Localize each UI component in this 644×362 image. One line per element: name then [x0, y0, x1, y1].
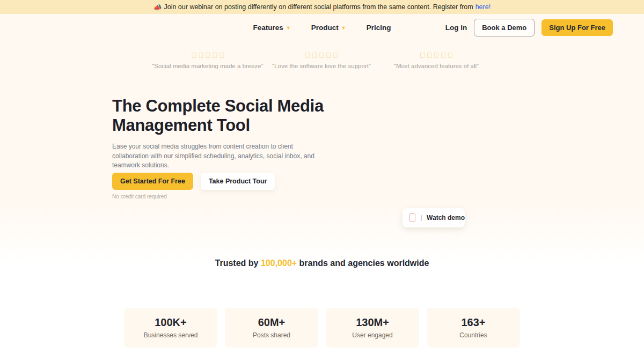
star-icon	[420, 53, 425, 58]
stat-card-countries: 163+ Countries	[427, 308, 520, 348]
stats-row: 100K+ Businesses served 60M+ Posts share…	[124, 308, 520, 348]
nav-actions: Log in Book a Demo Sign Up For Free	[445, 14, 613, 41]
testimonial: “Social media marketing made a breeze”	[152, 53, 263, 69]
stat-value: 130M+	[356, 316, 389, 329]
nav-menu: Features ▼ Product ▼ Pricing	[253, 14, 391, 41]
star-icon	[219, 53, 224, 58]
page-title: The Complete Social Media Management Too…	[112, 97, 324, 135]
testimonial: “Most advanced features of all”	[394, 53, 479, 69]
nav-item-label: Product	[311, 24, 339, 32]
login-link[interactable]: Log in	[445, 24, 467, 32]
star-icon	[434, 53, 438, 58]
nav-item-features[interactable]: Features ▼	[253, 24, 291, 32]
stat-value: 60M+	[258, 316, 286, 329]
video-thumbnail-icon	[409, 213, 415, 222]
stat-card-posts: 60M+ Posts shared	[225, 308, 318, 348]
megaphone-icon: 📣	[153, 3, 162, 11]
stat-label: Businesses served	[144, 331, 198, 339]
star-icon	[213, 53, 217, 58]
get-started-button[interactable]: Get Started For Free	[112, 173, 193, 190]
divider	[421, 215, 422, 221]
star-rating	[192, 53, 224, 58]
signup-button[interactable]: Sign Up For Free	[541, 19, 613, 36]
testimonial: “Love the software love the support”	[272, 53, 370, 69]
cta-row: Get Started For Free Take Product Tour	[112, 173, 275, 190]
trusted-highlight: 100,000+	[261, 258, 297, 268]
chevron-down-icon: ▼	[286, 26, 291, 31]
product-tour-button[interactable]: Take Product Tour	[201, 173, 275, 190]
page-title-line1: The Complete Social Media	[112, 97, 324, 116]
stat-value: 100K+	[155, 316, 187, 329]
watch-demo-button[interactable]: Watch demo	[402, 208, 465, 227]
star-icon	[448, 53, 452, 58]
book-demo-button[interactable]: Book a Demo	[474, 19, 535, 36]
star-icon	[199, 53, 203, 58]
chevron-down-icon: ▼	[341, 26, 346, 31]
star-icon	[312, 53, 317, 58]
star-rating	[420, 53, 452, 58]
star-icon	[333, 53, 338, 58]
trusted-by-heading: Trusted by 100,000+ brands and agencies …	[0, 258, 644, 268]
trusted-suffix: brands and agencies worldwide	[297, 258, 429, 268]
stat-label: Countries	[459, 331, 487, 339]
star-icon	[427, 53, 431, 58]
landing-page: 📣 Join our webinar on posting differentl…	[0, 0, 644, 362]
stat-label: User engaged	[352, 331, 392, 339]
page-title-line2: Management Tool	[112, 116, 324, 135]
nav-item-label: Features	[253, 24, 283, 32]
star-icon	[319, 53, 324, 58]
top-navigation: Features ▼ Product ▼ Pricing Log in Book…	[0, 14, 644, 41]
stat-label: Posts shared	[253, 331, 290, 339]
no-credit-card-note: No credit card required	[112, 194, 167, 200]
trusted-prefix: Trusted by	[215, 258, 261, 268]
stat-card-businesses: 100K+ Businesses served	[124, 308, 217, 348]
star-icon	[326, 53, 331, 58]
testimonial-quote: “Love the software love the support”	[272, 63, 370, 69]
banner-text: Join our webinar on posting differently …	[164, 3, 473, 11]
watch-demo-label: Watch demo	[427, 214, 465, 221]
hero-description: Ease your social media struggles from co…	[112, 142, 331, 171]
announcement-banner: 📣 Join our webinar on posting differentl…	[0, 0, 644, 14]
star-rating	[305, 53, 338, 58]
nav-item-product[interactable]: Product ▼	[311, 24, 346, 32]
star-icon	[305, 53, 310, 58]
stat-card-users: 130M+ User engaged	[326, 308, 419, 348]
star-icon	[206, 53, 210, 58]
star-icon	[441, 53, 445, 58]
testimonial-quote: “Most advanced features of all”	[394, 63, 479, 69]
star-icon	[192, 53, 196, 58]
banner-register-link[interactable]: here!	[475, 3, 491, 11]
nav-item-pricing[interactable]: Pricing	[367, 24, 391, 32]
nav-item-label: Pricing	[367, 24, 391, 32]
stat-value: 163+	[461, 316, 485, 329]
testimonial-quote: “Social media marketing made a breeze”	[152, 63, 263, 69]
